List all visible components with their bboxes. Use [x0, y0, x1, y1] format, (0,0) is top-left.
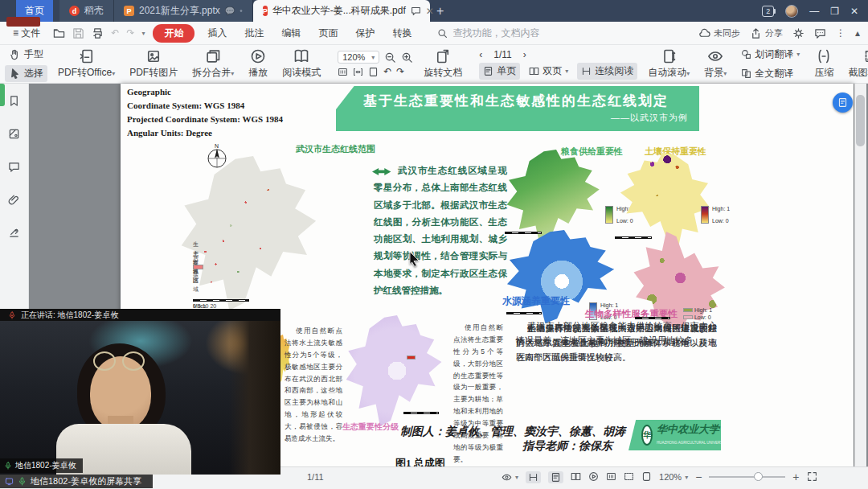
tab-docer[interactable]: d 稻壳 — [59, 0, 114, 22]
menu-convert[interactable]: 转换 — [387, 25, 416, 42]
zoom-in-icon[interactable] — [401, 51, 413, 64]
new-tab-button[interactable]: + — [430, 0, 451, 22]
menu-insert[interactable]: 插入 — [203, 25, 231, 42]
status-background-button[interactable]: ▾ — [502, 472, 518, 483]
redo-icon[interactable]: ↷ — [126, 27, 134, 39]
print-icon[interactable] — [92, 27, 104, 39]
word-translate-button[interactable]: 划词翻译▾ — [737, 46, 804, 63]
select-tool-label: 选择 — [24, 67, 43, 80]
zoom-plus-button[interactable]: + — [792, 471, 799, 483]
minimize-button[interactable]: — — [809, 6, 819, 17]
status-actual-size-button[interactable] — [606, 471, 616, 483]
split-merge-button[interactable]: 拆分合并▾ — [188, 47, 238, 80]
status-page-indicator: 1/11 — [307, 472, 324, 482]
sync-status[interactable]: 未同步 — [698, 27, 740, 39]
comments-icon[interactable] — [8, 161, 20, 173]
feedback-chat-icon[interactable] — [814, 27, 826, 39]
status-fit-width-button[interactable] — [624, 471, 634, 483]
screen-share-chip[interactable]: 地信1802-姜卓攸的屏幕共享 — [0, 475, 153, 488]
tab-comment-icon[interactable] — [411, 6, 421, 16]
hand-tool-button[interactable]: 手型 — [5, 46, 47, 63]
save-icon[interactable] — [72, 27, 84, 39]
menu-edit[interactable]: 编辑 — [276, 25, 305, 42]
stamp-icon[interactable] — [8, 227, 20, 239]
zoom-out-icon[interactable] — [384, 51, 396, 64]
compress-button[interactable]: 压缩 — [810, 47, 837, 80]
undo-icon[interactable]: ↶ — [111, 27, 119, 39]
pdf-to-image-button[interactable]: PDF转图片 — [125, 47, 182, 80]
eco-grade-label: 生态重要性分级 — [342, 421, 399, 433]
full-translate-button[interactable]: 全文翻译 — [737, 65, 804, 82]
zoom-level-select[interactable]: 120%▾ — [338, 51, 379, 64]
main-map-title: 武汉市生态红线范围 — [296, 143, 375, 155]
tab-ppt[interactable]: P 2021新生分享.pptx 💬 • — [114, 0, 253, 22]
close-window-button[interactable]: ✕ — [850, 6, 858, 17]
pdf-to-office-button[interactable]: PDF转Office▾ — [54, 47, 119, 80]
more-menu-icon[interactable]: ⋮ — [836, 27, 845, 39]
tab-ppt-comment-icon[interactable]: 💬 — [225, 6, 235, 15]
double-page-button[interactable]: 双页▾ — [525, 63, 572, 80]
thumbnails-icon[interactable] — [8, 128, 20, 140]
status-single-page-button[interactable] — [548, 471, 563, 483]
fit-page-icon[interactable] — [368, 67, 379, 77]
share-button[interactable]: 分享 — [750, 27, 783, 39]
doc-scrollbar-thumb[interactable] — [856, 95, 865, 146]
actual-size-icon[interactable] — [338, 67, 348, 77]
arrow-bullet-icon — [372, 167, 393, 177]
bookmark-icon[interactable] — [8, 95, 20, 107]
message-count-badge[interactable]: 2 — [762, 6, 774, 17]
collapse-toolbar-icon[interactable]: ▴ — [855, 27, 860, 39]
status-zoom-select[interactable]: 120%▾ — [659, 472, 688, 482]
restore-button[interactable]: ❐ — [830, 6, 839, 17]
status-fit-page-button[interactable] — [641, 471, 652, 483]
settings-gear-icon[interactable] — [792, 27, 805, 39]
screenshot-compare-button[interactable]: 截图和对比 — [844, 47, 868, 80]
undo-dropdown-icon[interactable]: ▾ — [141, 30, 145, 37]
continuous-button[interactable]: 连续阅读 — [577, 63, 637, 80]
zoom-minus-button[interactable]: − — [695, 471, 702, 483]
menu-page[interactable]: 页面 — [313, 25, 342, 42]
page-indicator[interactable]: 1/11 — [493, 49, 511, 60]
menu-annotate[interactable]: 批注 — [240, 25, 268, 42]
rotate-doc-label: 旋转文档 — [424, 66, 462, 80]
eco-grade-text: 使用自然断点法将生态重要性分为5个等级，大部分地区的生态重要性等级为一般重要，主… — [453, 322, 503, 466]
rotate-right-icon[interactable]: ↷ — [396, 66, 404, 77]
status-double-page-button[interactable] — [571, 471, 581, 483]
menu-start[interactable]: 开始 — [153, 24, 194, 43]
speaking-mic-icon — [8, 311, 16, 319]
tab-pdf-active[interactable]: P 华中农业大学-姜...科研成果.pdf ✕ — [253, 0, 430, 22]
user-avatar[interactable] — [785, 5, 798, 18]
open-folder-icon[interactable] — [53, 27, 65, 39]
zoom-slider[interactable] — [709, 476, 785, 478]
rotate-doc-button[interactable]: 旋转文档 — [420, 47, 466, 80]
cloud-sync-icon — [698, 27, 710, 39]
pdf-to-image-label: PDF转图片 — [129, 66, 178, 80]
background-button[interactable]: 背景▾ — [700, 47, 731, 80]
status-play-button[interactable] — [588, 471, 599, 483]
attachment-icon[interactable] — [8, 194, 20, 206]
read-mode-button[interactable]: 阅读模式 — [278, 47, 325, 80]
glasses-right-lens — [122, 351, 145, 371]
tab-pdf-label: 华中农业大学-姜...科研成果.pdf — [272, 4, 406, 18]
menu-file[interactable]: ≡ 文件 — [8, 25, 45, 42]
pdf-to-image-icon — [145, 48, 162, 64]
rotate-left-icon[interactable]: ↶ — [383, 66, 391, 77]
single-page-button[interactable]: 单页 — [479, 63, 520, 80]
play-button[interactable]: 播放 — [244, 47, 272, 80]
fit-width-icon[interactable] — [353, 67, 363, 77]
status-continuous-button[interactable] — [526, 471, 541, 483]
fullscreen-button[interactable] — [807, 471, 817, 483]
auto-scroll-button[interactable]: 自动滚动▾ — [644, 47, 694, 80]
meeting-video-overlay[interactable]: 正在讲话: 地信1802-姜卓攸 地信1802-姜卓攸 — [0, 309, 280, 475]
tab-ppt-pin-icon[interactable]: • — [240, 6, 243, 15]
single-page-label: 单页 — [497, 64, 516, 78]
select-tool-button[interactable]: 选择 — [5, 65, 47, 82]
search-input[interactable]: 查找功能，文档内容 — [437, 27, 574, 40]
wps-assistant-button[interactable] — [833, 92, 853, 113]
menu-protect[interactable]: 保护 — [350, 25, 379, 42]
search-icon — [437, 28, 448, 39]
prev-page-icon[interactable]: ‹ — [479, 49, 482, 60]
zoom-slider-handle[interactable] — [754, 472, 763, 481]
next-page-icon[interactable]: › — [523, 49, 526, 60]
cursor-icon — [9, 68, 21, 80]
